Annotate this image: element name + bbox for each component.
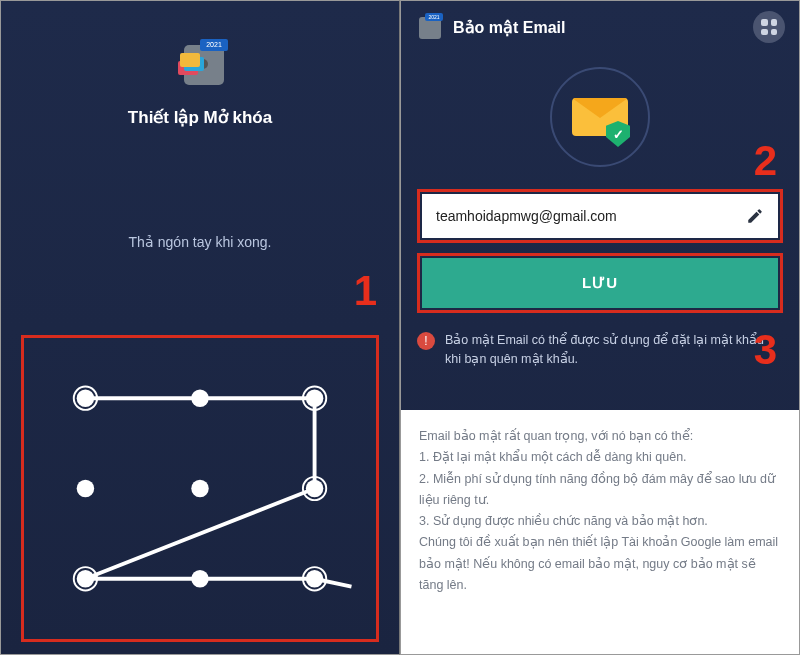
email-value: teamhoidapmwg@gmail.com <box>436 208 736 224</box>
screen-title: Bảo mật Email <box>453 18 741 37</box>
save-button-highlight: LƯU <box>417 253 783 313</box>
warning-text: Bảo mật Email có thể được sử dụng để đặt… <box>445 331 783 369</box>
step-number-1: 1 <box>354 267 377 315</box>
year-badge: 2021 <box>200 39 228 51</box>
svg-point-2 <box>306 389 323 406</box>
email-input[interactable]: teamhoidapmwg@gmail.com <box>422 194 778 238</box>
warning-icon: ! <box>417 332 435 350</box>
svg-point-7 <box>191 570 208 587</box>
svg-point-5 <box>306 480 323 497</box>
pattern-highlight-box <box>21 335 379 642</box>
unlock-setup-screen: 2021 Thiết lập Mở khóa Thả ngón tay khi … <box>0 0 400 655</box>
svg-point-0 <box>77 389 94 406</box>
shield-check-icon <box>606 121 630 147</box>
app-vault-icon: 2021 <box>174 39 226 87</box>
svg-point-6 <box>77 570 94 587</box>
email-security-screen: 2021 Bảo mật Email 2 teamhoidapmwg@gmail… <box>400 0 800 655</box>
info-panel: Email bảo mật rất quan trọng, với nó bạn… <box>401 410 799 654</box>
save-button[interactable]: LƯU <box>422 258 778 308</box>
step-number-3: 3 <box>754 326 777 374</box>
svg-point-4 <box>191 480 208 497</box>
unlock-subtitle: Thả ngón tay khi xong. <box>1 234 399 250</box>
mail-illustration <box>401 67 799 167</box>
tutorial-container: 2021 Thiết lập Mở khóa Thả ngón tay khi … <box>0 0 800 655</box>
info-line-1: 1. Đặt lại mật khẩu một cách dễ dàng khi… <box>419 447 781 468</box>
app-vault-icon: 2021 <box>411 14 441 40</box>
edit-icon[interactable] <box>746 207 764 225</box>
unlock-title: Thiết lập Mở khóa <box>1 107 399 128</box>
year-badge: 2021 <box>425 13 443 21</box>
apps-grid-icon[interactable] <box>753 11 785 43</box>
info-line-2: 2. Miễn phí sử dụng tính năng đồng bộ đá… <box>419 469 781 512</box>
svg-point-3 <box>77 480 94 497</box>
info-line-3: 3. Sử dụng được nhiều chức năng và bảo m… <box>419 511 781 532</box>
pattern-lock[interactable] <box>24 338 376 639</box>
toolbar: 2021 Bảo mật Email <box>401 1 799 53</box>
info-outro: Chúng tôi đề xuất bạn nên thiết lập Tài … <box>419 532 781 596</box>
info-intro: Email bảo mật rất quan trọng, với nó bạn… <box>419 426 781 447</box>
svg-point-8 <box>306 570 323 587</box>
svg-point-1 <box>191 389 208 406</box>
step-number-2: 2 <box>754 137 777 185</box>
app-icon-wrap: 2021 <box>1 39 399 87</box>
email-field-highlight: teamhoidapmwg@gmail.com <box>417 189 783 243</box>
warning-row: ! Bảo mật Email có thể được sử dụng để đ… <box>401 313 799 381</box>
